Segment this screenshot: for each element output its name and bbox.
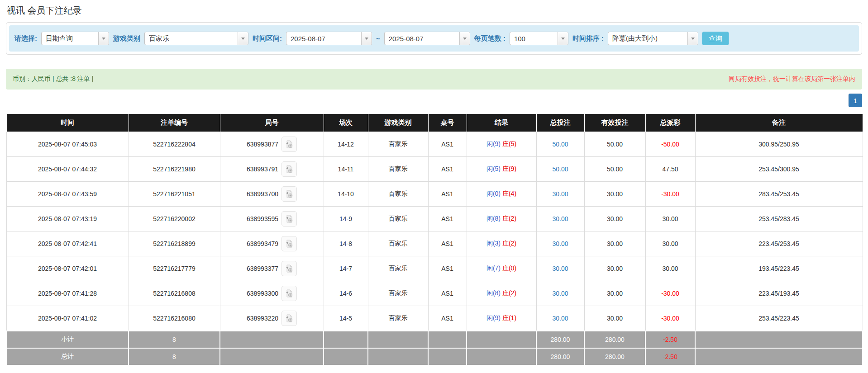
summary-empty [324, 348, 368, 365]
round-no-text: 638993300 [247, 290, 278, 297]
chevron-down-icon[interactable] [361, 32, 372, 45]
cell-session: 14-11 [324, 157, 368, 182]
total-bet-link[interactable]: 30.00 [552, 240, 568, 247]
cell-bet-no: 522716218899 [129, 231, 220, 256]
video-replay-icon [285, 314, 294, 323]
round-no-text: 638993700 [247, 190, 278, 198]
cell-game-type: 百家乐 [368, 157, 428, 182]
search-button[interactable]: 查询 [702, 32, 729, 45]
cell-valid-bet: 30.00 [584, 231, 645, 256]
summary-payout: -2.50 [645, 348, 695, 365]
cell-session: 14-7 [324, 256, 368, 281]
summary-total-bet: 280.00 [536, 348, 584, 365]
game-type-select[interactable]: 百家乐 [144, 32, 248, 45]
cell-time: 2025-08-07 07:45:03 [6, 132, 129, 157]
video-replay-button[interactable] [281, 261, 297, 276]
video-replay-button[interactable] [281, 186, 297, 202]
chevron-down-icon[interactable] [238, 32, 248, 45]
total-bet-link[interactable]: 50.00 [552, 165, 568, 173]
cell-total-bet: 30.00 [536, 207, 584, 231]
video-replay-button[interactable] [281, 236, 297, 251]
cell-game-type: 百家乐 [368, 231, 428, 256]
chevron-down-icon[interactable] [558, 32, 568, 45]
header-bet-no: 注单编号 [129, 114, 220, 132]
cell-game-type: 百家乐 [368, 207, 428, 231]
date-to-picker[interactable]: 2025-08-07 [384, 32, 470, 45]
cell-table-no: AS1 [428, 182, 467, 207]
cell-game-type: 百家乐 [368, 281, 428, 306]
result-banker: 庄(1) [502, 314, 516, 321]
page-size-select[interactable]: 100 [510, 32, 568, 45]
cell-table-no: AS1 [428, 231, 467, 256]
cell-payout: -50.00 [645, 132, 695, 157]
cell-game-type: 百家乐 [368, 132, 428, 157]
page-1-button[interactable]: 1 [849, 94, 862, 107]
total-bet-link[interactable]: 30.00 [552, 265, 568, 272]
cell-game-type: 百家乐 [368, 256, 428, 281]
filter-bar: 请选择: 日期查询 游戏类别 百家乐 时间区间: 2025-08-07 ~ 20… [9, 25, 859, 52]
summary-valid-bet: 280.00 [584, 348, 645, 365]
header-result: 结果 [467, 114, 536, 132]
cell-round-no: 638993377 [220, 256, 324, 281]
cell-total-bet: 50.00 [536, 132, 584, 157]
video-replay-button[interactable] [281, 311, 297, 326]
video-replay-button[interactable] [281, 137, 297, 152]
cell-valid-bet: 50.00 [584, 157, 645, 182]
cell-round-no: 638993700 [220, 182, 324, 207]
video-replay-icon [285, 214, 294, 223]
date-from-value: 2025-08-07 [286, 32, 361, 45]
chevron-down-icon[interactable] [459, 32, 470, 45]
cell-table-no: AS1 [428, 157, 467, 182]
header-table-no: 桌号 [428, 114, 467, 132]
result-banker: 庄(2) [502, 289, 516, 297]
time-sort-select[interactable]: 降冪(由大到小) [608, 32, 698, 45]
cell-session: 14-12 [324, 132, 368, 157]
cell-round-no: 638993791 [220, 157, 324, 182]
header-valid-bet: 有效投注 [584, 114, 645, 132]
date-from-picker[interactable]: 2025-08-07 [286, 32, 372, 45]
cell-payout: -30.00 [645, 182, 695, 207]
total-bet-link[interactable]: 30.00 [552, 190, 568, 198]
summary-count: 8 [129, 348, 220, 365]
summary-label: 小计 [6, 331, 129, 348]
cell-total-bet: 30.00 [536, 231, 584, 256]
cell-session: 14-9 [324, 207, 368, 231]
chevron-down-icon[interactable] [98, 32, 109, 45]
total-bet-link[interactable]: 50.00 [552, 141, 568, 148]
time-sort-value: 降冪(由大到小) [608, 32, 687, 45]
video-replay-button[interactable] [281, 286, 297, 301]
video-replay-button[interactable] [281, 161, 297, 177]
chevron-down-icon[interactable] [687, 32, 698, 45]
header-total-bet: 总投注 [536, 114, 584, 132]
cell-round-no: 638993220 [220, 306, 324, 331]
cell-remark: 253.45/300.95 [695, 157, 863, 182]
cell-result: 闲(0) 庄(4) [467, 182, 536, 207]
cell-remark: 300.95/250.95 [695, 132, 863, 157]
cell-bet-no: 522716222804 [129, 132, 220, 157]
cell-valid-bet: 30.00 [584, 306, 645, 331]
query-type-select[interactable]: 日期查询 [41, 32, 109, 45]
summary-empty [324, 331, 368, 348]
video-replay-button[interactable] [281, 211, 297, 227]
result-player: 闲(9) [486, 140, 501, 147]
table-row: 2025-08-07 07:42:01 522716217779 6389933… [6, 256, 863, 281]
video-replay-icon [285, 140, 294, 149]
cell-table-no: AS1 [428, 306, 467, 331]
result-player: 闲(8) [486, 215, 501, 222]
round-no-text: 638993377 [247, 265, 278, 272]
total-bet-link[interactable]: 30.00 [552, 315, 568, 322]
total-bet-link[interactable]: 30.00 [552, 290, 568, 297]
cell-bet-no: 522716216080 [129, 306, 220, 331]
cell-valid-bet: 50.00 [584, 132, 645, 157]
total-bet-link[interactable]: 30.00 [552, 215, 568, 222]
header-remark: 备注 [695, 114, 863, 132]
result-banker: 庄(2) [502, 215, 516, 222]
cell-session: 14-6 [324, 281, 368, 306]
result-banker: 庄(4) [502, 190, 516, 197]
round-no-text: 638993791 [247, 165, 278, 173]
summary-row: 小计 8 280.00 280.00 -2.50 [6, 331, 863, 348]
table-header-row: 时间 注单编号 局号 场次 游戏类别 桌号 结果 总投注 有效投注 总派彩 备注 [6, 114, 863, 132]
cell-payout: -30.00 [645, 281, 695, 306]
cell-table-no: AS1 [428, 132, 467, 157]
page-size-label: 每页笔数 : [474, 34, 506, 43]
